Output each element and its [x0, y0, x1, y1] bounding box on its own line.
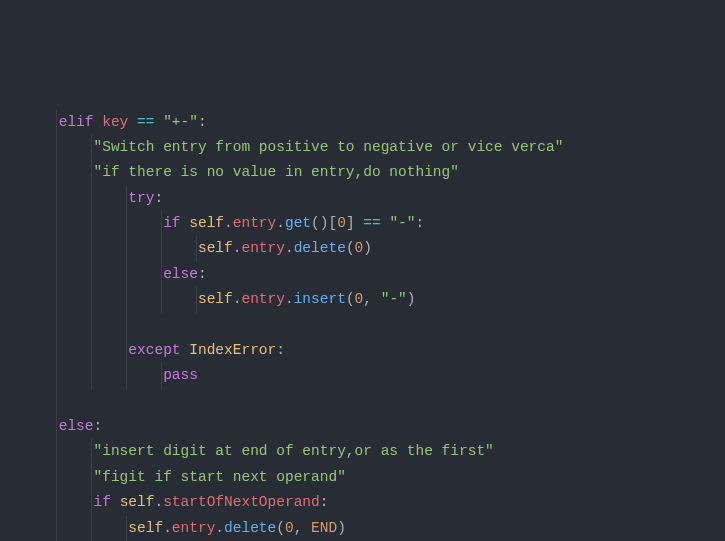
code-line[interactable] — [0, 389, 725, 414]
code-line[interactable]: pass — [0, 363, 725, 388]
code-line[interactable]: elif key == "+-": — [0, 110, 725, 135]
code-line[interactable]: "insert digit at end of entry,or as the … — [0, 439, 725, 464]
code-line[interactable] — [0, 313, 725, 338]
code-line[interactable]: self.entry.delete(0) — [0, 236, 725, 261]
code-line[interactable]: self.entry.insert(0, "-") — [0, 287, 725, 312]
code-line[interactable]: "if there is no value in entry,do nothin… — [0, 160, 725, 185]
code-line[interactable]: if self.startOfNextOperand: — [0, 490, 725, 515]
code-line[interactable]: try: — [0, 186, 725, 211]
code-line[interactable]: "Switch entry from positive to negative … — [0, 135, 725, 160]
code-line[interactable]: except IndexError: — [0, 338, 725, 363]
code-line[interactable]: "figit if start next operand" — [0, 465, 725, 490]
code-line[interactable]: if self.entry.get()[0] == "-": — [0, 211, 725, 236]
code-line[interactable]: else: — [0, 414, 725, 439]
code-editor[interactable]: elif key == "+-": "Switch entry from pos… — [0, 110, 725, 542]
code-line[interactable]: self.entry.delete(0, END) — [0, 516, 725, 541]
code-line[interactable]: else: — [0, 262, 725, 287]
